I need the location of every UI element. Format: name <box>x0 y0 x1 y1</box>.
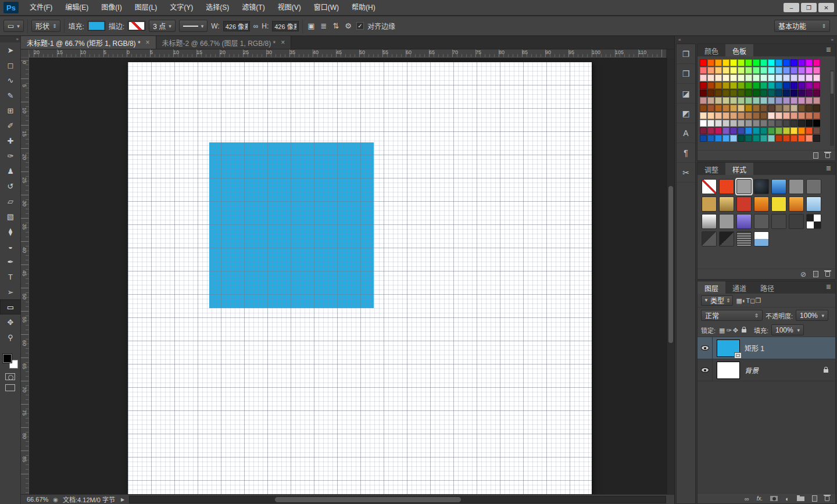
layer-thumbnail[interactable] <box>717 339 740 357</box>
link-dimensions-icon[interactable]: ∞ <box>253 22 259 30</box>
color-swatch[interactable] <box>783 135 790 142</box>
visibility-toggle[interactable] <box>698 337 713 359</box>
color-swatch[interactable] <box>715 74 722 81</box>
color-swatch[interactable] <box>715 127 722 134</box>
quick-selection-tool[interactable]: ✎ <box>0 88 21 103</box>
style-swatch[interactable] <box>719 179 734 194</box>
color-swatch[interactable] <box>775 97 782 104</box>
color-swatch[interactable] <box>813 97 820 104</box>
style-swatch[interactable] <box>789 214 804 229</box>
color-swatch[interactable] <box>715 112 722 119</box>
style-swatch[interactable] <box>754 179 769 194</box>
fill-color-swatch[interactable] <box>88 21 105 31</box>
color-swatch[interactable] <box>791 120 797 127</box>
color-swatch[interactable] <box>730 105 737 112</box>
tab-adjustments[interactable]: 调整 <box>698 163 725 175</box>
type-tool[interactable]: T <box>0 269 21 284</box>
color-swatch[interactable] <box>745 105 752 112</box>
panel-menu-icon[interactable]: ≣ <box>822 44 835 56</box>
color-swatch[interactable] <box>783 112 790 119</box>
color-swatch[interactable] <box>791 135 797 142</box>
color-swatch[interactable] <box>738 67 745 74</box>
filter-smart-objects-icon[interactable]: ❒ <box>755 297 761 304</box>
navigator-panel-icon[interactable]: ❒ <box>677 64 695 84</box>
color-swatch[interactable] <box>798 120 805 127</box>
menu-item[interactable]: 滤镜(T) <box>235 0 271 15</box>
menu-item[interactable]: 文字(Y) <box>163 0 199 15</box>
style-swatch[interactable] <box>771 214 786 229</box>
layer-style-button[interactable]: fx. <box>757 495 763 502</box>
color-swatch[interactable] <box>715 59 722 66</box>
color-swatch[interactable] <box>798 90 805 96</box>
color-swatch[interactable] <box>783 120 790 127</box>
color-swatch[interactable] <box>753 112 760 119</box>
color-swatch[interactable] <box>768 135 775 142</box>
color-swatch[interactable] <box>798 97 805 104</box>
color-swatch[interactable] <box>760 120 767 127</box>
style-swatch[interactable] <box>719 196 734 212</box>
color-swatch[interactable] <box>798 67 805 74</box>
color-swatch[interactable] <box>753 82 760 89</box>
color-swatch[interactable] <box>745 135 752 142</box>
eyedropper-tool[interactable]: ✐ <box>0 118 21 133</box>
fill-opacity-select[interactable]: 100% ▾ <box>771 324 804 335</box>
color-swatch[interactable] <box>768 120 775 127</box>
color-swatch[interactable] <box>813 127 820 134</box>
color-swatch[interactable] <box>707 82 714 89</box>
tab-close-icon[interactable]: × <box>146 38 150 47</box>
color-swatch[interactable] <box>730 67 737 74</box>
color-swatch[interactable] <box>775 135 782 142</box>
tab-paths[interactable]: 路径 <box>753 281 781 294</box>
color-swatch[interactable] <box>730 112 737 119</box>
quick-mask-button[interactable] <box>5 373 15 380</box>
hand-tool[interactable]: ✥ <box>0 314 21 330</box>
color-swatch[interactable] <box>775 120 782 127</box>
tab-layers[interactable]: 图层 <box>698 281 725 294</box>
color-swatch[interactable] <box>768 82 775 89</box>
tab-color[interactable]: 颜色 <box>698 44 725 56</box>
color-swatch[interactable] <box>715 135 722 142</box>
color-swatch[interactable] <box>760 59 767 66</box>
color-swatch[interactable] <box>798 127 805 134</box>
lasso-tool[interactable]: ∿ <box>0 73 21 88</box>
color-swatch[interactable] <box>707 97 714 104</box>
color-swatch[interactable] <box>775 59 782 66</box>
color-swatch[interactable] <box>798 135 805 142</box>
color-swatch[interactable] <box>707 74 714 81</box>
vertical-scrollbar[interactable] <box>667 58 674 494</box>
color-swatch[interactable] <box>806 135 813 142</box>
color-swatch[interactable] <box>760 67 767 74</box>
color-swatch[interactable] <box>760 74 767 81</box>
color-swatch[interactable] <box>791 105 797 112</box>
stroke-color-swatch[interactable] <box>128 21 145 31</box>
gear-icon[interactable]: ⚙ <box>344 22 353 30</box>
color-swatch[interactable] <box>700 74 707 81</box>
color-swatch[interactable] <box>745 90 752 96</box>
tab-styles[interactable]: 样式 <box>725 163 753 175</box>
color-swatch[interactable] <box>806 120 813 127</box>
eraser-tool[interactable]: ▱ <box>0 194 21 209</box>
color-swatch[interactable] <box>783 59 790 66</box>
color-swatch[interactable] <box>791 82 797 89</box>
color-swatch[interactable] <box>738 105 745 112</box>
style-swatch[interactable] <box>754 214 769 229</box>
style-swatch[interactable] <box>754 196 769 212</box>
color-swatch[interactable] <box>722 105 729 112</box>
swatches-scrollbar[interactable] <box>830 70 834 146</box>
pen-tool[interactable]: ✒ <box>0 254 21 269</box>
color-swatch[interactable] <box>715 97 722 104</box>
color-swatch[interactable] <box>730 74 737 81</box>
color-swatch[interactable] <box>700 135 707 142</box>
color-swatch[interactable] <box>813 135 820 142</box>
lock-pixels-icon[interactable]: ✑ <box>725 327 732 334</box>
color-swatch[interactable] <box>707 67 714 74</box>
color-swatch[interactable] <box>738 127 745 134</box>
style-swatch[interactable] <box>806 179 821 194</box>
color-swatch[interactable] <box>738 120 745 127</box>
color-swatch[interactable] <box>722 127 729 134</box>
color-swatch[interactable] <box>730 97 737 104</box>
color-swatch[interactable] <box>813 59 820 66</box>
new-adjustment-layer-button[interactable]: ◐ <box>785 495 789 502</box>
filter-pixel-layers-icon[interactable]: ▦ <box>736 297 742 304</box>
color-swatch[interactable] <box>806 90 813 96</box>
